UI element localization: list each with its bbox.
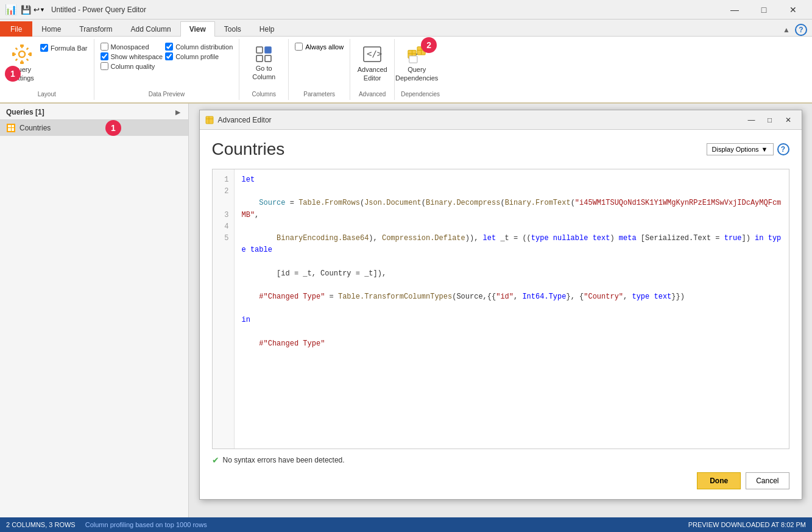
advanced-group-content: </> AdvancedEditor (356, 41, 388, 90)
check-icon: ✔ (212, 455, 219, 465)
formula-bar-checkbox[interactable]: Formula Bar (40, 44, 88, 52)
svg-rect-2 (20, 62, 24, 64)
code-content[interactable]: let Source = Table.FromRows(Json.Documen… (235, 169, 789, 449)
ribbon-group-data-preview: Monospaced Show whitespace Column qualit… (94, 39, 240, 100)
status-left: 2 COLUMNS, 3 ROWS Column profiling based… (6, 521, 207, 528)
go-to-column-icon (254, 44, 274, 64)
advanced-editor-icon: </> (362, 44, 382, 64)
code-editor[interactable]: 1 2 3 4 5 let Source = Table.FromRows(Js… (212, 169, 789, 449)
title-bar: 📊 💾 ↩ ▼ Untitled - Power Query Editor ― … (0, 0, 812, 20)
tab-add-column[interactable]: Add Column (122, 21, 180, 37)
columns-group-content: Go toColumn (245, 41, 282, 90)
tab-home[interactable]: Home (32, 21, 70, 37)
tab-view[interactable]: View (180, 21, 215, 37)
always-allow-area: Always allow (295, 41, 344, 52)
status-profiling: Column profiling based on top 1000 rows (85, 521, 207, 528)
data-preview-group-content: Monospaced Show whitespace Column qualit… (101, 41, 233, 90)
svg-text:</>: </> (367, 49, 382, 59)
svg-rect-3 (12, 52, 15, 56)
parameters-group-content: Always allow (295, 41, 344, 90)
window-controls: ― □ ✕ (721, 0, 807, 20)
sidebar: Queries [1] ► Countries 1 (0, 104, 189, 517)
svg-point-0 (19, 51, 25, 57)
modal-title-text: Advanced Editor (218, 116, 743, 124)
sidebar-header: Queries [1] ► (0, 104, 188, 120)
status-preview: PREVIEW DOWNLOADED AT 8:02 PM (688, 521, 806, 528)
main-area: Queries [1] ► Countries 1 (0, 104, 812, 517)
modal-close-button[interactable]: ✕ (780, 112, 797, 129)
modal-query-name: Countries (212, 140, 285, 159)
syntax-status-text: No syntax errors have been detected. (223, 456, 345, 464)
column-quality-checkbox[interactable]: Column quality (101, 62, 163, 70)
quick-access-save[interactable]: 💾 (21, 5, 31, 15)
always-allow-checkbox[interactable] (295, 43, 303, 51)
display-options-button[interactable]: Display Options ▼ (707, 143, 774, 155)
app-icon: 📊 (5, 4, 17, 15)
close-button[interactable]: ✕ (779, 0, 807, 20)
always-allow-label: Always allow (305, 43, 344, 51)
layout-group-label: Layout (6, 90, 88, 98)
advanced-editor-modal: Advanced Editor ― □ ✕ Countries Display … (199, 110, 802, 500)
ribbon-group-layout: QuerySettings 1 Formula Bar Layout (0, 39, 94, 100)
sidebar-item-countries[interactable]: Countries 1 (0, 120, 188, 136)
ribbon-help-btn[interactable]: ? (795, 24, 807, 36)
modal-action-buttons: Done Cancel (212, 469, 789, 489)
monospaced-checkbox[interactable]: Monospaced (101, 43, 163, 51)
dependencies-group-label: Dependencies (401, 90, 440, 98)
queries-title: Queries [1] (6, 108, 44, 116)
svg-rect-4 (29, 52, 32, 56)
query-dependencies-icon (407, 44, 426, 64)
svg-rect-19 (206, 116, 213, 124)
column-distribution-checkbox[interactable]: Column distribution (165, 43, 233, 51)
line-numbers: 1 2 3 4 5 (213, 169, 235, 449)
dependencies-group-content: QueryDependencies 2 (401, 41, 432, 90)
query-settings-icon (12, 44, 32, 64)
modal-help-button[interactable]: ? (777, 143, 789, 155)
ribbon-group-dependencies: QueryDependencies 2 Dependencies (395, 39, 446, 100)
modal-minimize-button[interactable]: ― (743, 112, 760, 129)
go-to-column-button[interactable]: Go toColumn (245, 41, 282, 85)
quick-access-dropdown[interactable]: ▼ (40, 7, 45, 13)
done-button[interactable]: Done (697, 472, 741, 489)
advanced-editor-button[interactable]: </> AdvancedEditor (356, 41, 388, 86)
modal-maximize-button[interactable]: □ (761, 112, 778, 129)
ribbon-collapse-btn[interactable]: ▲ (783, 26, 790, 34)
minimize-button[interactable]: ― (721, 0, 749, 20)
svg-rect-8 (265, 55, 271, 62)
columns-group-label: Columns (245, 90, 282, 98)
ribbon-group-columns: Go toColumn Columns (239, 39, 289, 100)
query-name-countries: Countries (19, 124, 51, 132)
ribbon-content: QuerySettings 1 Formula Bar Layout Monos… (0, 37, 812, 104)
cancel-button[interactable]: Cancel (746, 472, 789, 489)
advanced-group-label: Advanced (356, 90, 388, 98)
svg-rect-7 (265, 47, 271, 53)
maximize-button[interactable]: □ (750, 0, 778, 20)
column-profile-checkbox[interactable]: Column profile (165, 52, 233, 60)
svg-rect-5 (256, 47, 263, 53)
query-dependencies-button[interactable]: QueryDependencies 2 (401, 41, 432, 86)
show-whitespace-checkbox[interactable]: Show whitespace (101, 52, 163, 60)
modal-body: Countries Display Options ▼ ? 1 (200, 130, 802, 499)
content-area: Advanced Editor ― □ ✕ Countries Display … (189, 104, 812, 517)
quick-access-undo[interactable]: ↩ (34, 5, 40, 14)
svg-rect-18 (409, 56, 417, 63)
sidebar-collapse-button[interactable]: ► (174, 107, 182, 117)
parameters-group-label: Parameters (295, 90, 344, 98)
modal-footer-status: ✔ No syntax errors have been detected. (212, 449, 789, 469)
tab-file[interactable]: File (0, 21, 32, 37)
layout-group-content: QuerySettings 1 Formula Bar (6, 41, 88, 90)
layout-checkboxes: Formula Bar (40, 41, 88, 53)
tab-tools[interactable]: Tools (215, 21, 250, 37)
tab-transform[interactable]: Transform (70, 21, 121, 37)
tab-help[interactable]: Help (250, 21, 284, 37)
go-to-column-label: Go toColumn (252, 64, 275, 82)
status-bar: 2 COLUMNS, 3 ROWS Column profiling based… (0, 517, 812, 532)
ribbon-group-advanced: </> AdvancedEditor Advanced (350, 39, 395, 100)
modal-query-title-row: Countries Display Options ▼ ? (212, 140, 789, 159)
query-settings-button[interactable]: QuerySettings (6, 41, 38, 86)
svg-rect-6 (256, 55, 263, 62)
ribbon-tabs: File Home Transform Add Column View Tool… (0, 20, 812, 37)
status-columns: 2 COLUMNS, 3 ROWS (6, 521, 76, 528)
modal-overlay: Advanced Editor ― □ ✕ Countries Display … (189, 104, 812, 517)
display-options-area: Display Options ▼ ? (707, 143, 789, 155)
